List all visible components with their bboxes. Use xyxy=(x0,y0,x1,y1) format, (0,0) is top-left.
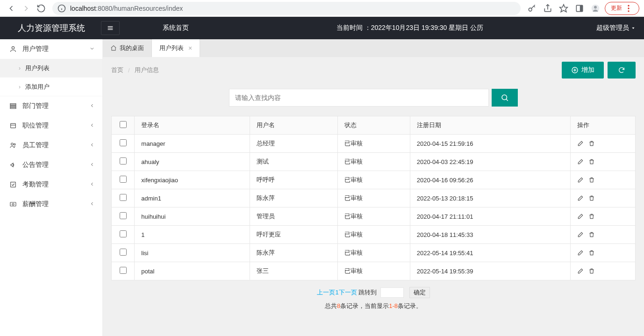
star-icon[interactable] xyxy=(557,2,570,15)
sidebar-item-employee-mgmt[interactable]: 员工管理 xyxy=(0,136,102,155)
search-button[interactable] xyxy=(492,89,518,107)
add-button[interactable]: 增加 xyxy=(562,62,604,79)
th-status: 状态 xyxy=(338,116,410,135)
tab-home[interactable]: 我的桌面 xyxy=(103,39,152,57)
cell-login: 1 xyxy=(135,226,250,244)
table-row: admin1陈永萍已审核2022-05-13 20:18:15 xyxy=(112,189,636,207)
pager-jump-input[interactable] xyxy=(380,287,404,298)
cell-login: lisi xyxy=(135,244,250,262)
key-icon[interactable] xyxy=(525,2,538,15)
cell-status: 已审核 xyxy=(338,226,410,244)
svg-rect-18 xyxy=(10,104,16,105)
delete-icon[interactable] xyxy=(588,195,595,201)
edit-icon[interactable] xyxy=(577,195,584,201)
browser-back-button[interactable] xyxy=(5,2,18,15)
sidebar-sub-user-add[interactable]: ›添加用户 xyxy=(0,78,102,96)
sidebar-item-label: 考勤管理 xyxy=(22,180,49,189)
search-input[interactable] xyxy=(229,89,489,107)
chevron-left-icon xyxy=(89,162,95,167)
pager-next[interactable]: 下一页 xyxy=(339,289,357,296)
sidebar-sub-label: 用户列表 xyxy=(25,64,50,72)
pager-confirm-button[interactable]: 确定 xyxy=(409,287,430,298)
browser-reload-button[interactable] xyxy=(35,2,48,15)
cell-status: 已审核 xyxy=(338,189,410,207)
url-host: localhost xyxy=(70,5,96,12)
delete-icon[interactable] xyxy=(588,268,595,274)
user-menu[interactable]: 超级管理员 xyxy=(588,17,644,39)
chevron-left-icon xyxy=(89,142,95,148)
edit-icon[interactable] xyxy=(577,231,584,238)
pager-page[interactable]: 1 xyxy=(335,289,338,296)
chevron-left-icon xyxy=(89,103,95,108)
cell-date: 2020-04-17 21:11:01 xyxy=(410,207,570,226)
breadcrumb-home[interactable]: 首页 xyxy=(111,66,123,74)
row-checkbox[interactable] xyxy=(120,249,127,256)
browser-update-button[interactable]: 更新 xyxy=(605,2,639,15)
browser-forward-button[interactable] xyxy=(20,2,33,15)
pager-prev[interactable]: 上一页 xyxy=(317,289,335,296)
sidebar: 用户管理 ›用户列表 ›添加用户 部门管理 职位管理 员工管理 公告管理 考勤管… xyxy=(0,39,103,336)
tab-user-list[interactable]: 用户列表 × xyxy=(152,39,200,57)
sidebar-item-user-mgmt[interactable]: 用户管理 xyxy=(0,39,102,59)
sidebar-item-label: 员工管理 xyxy=(22,141,49,150)
edit-icon[interactable] xyxy=(577,158,584,165)
table-row: ahualy测试已审核2020-04-03 22:45:19 xyxy=(112,153,636,171)
refresh-button[interactable] xyxy=(608,62,636,79)
delete-icon[interactable] xyxy=(588,250,595,256)
pager: 上一页1下一页 跳转到 确定 xyxy=(111,280,636,300)
update-label: 更新 xyxy=(611,4,622,12)
panel-icon[interactable] xyxy=(573,2,586,15)
row-checkbox[interactable] xyxy=(120,212,127,219)
breadcrumb-current: 用户信息 xyxy=(135,66,159,74)
row-actions xyxy=(577,250,629,256)
row-actions xyxy=(577,158,629,165)
cell-username: 管理员 xyxy=(250,207,338,226)
nav-home-link[interactable]: 系统首页 xyxy=(120,24,232,32)
sidebar-item-attendance-mgmt[interactable]: 考勤管理 xyxy=(0,175,102,194)
row-actions xyxy=(577,268,629,274)
delete-icon[interactable] xyxy=(588,231,595,238)
share-icon[interactable] xyxy=(541,2,554,15)
sidebar-item-label: 公告管理 xyxy=(22,161,49,169)
row-checkbox[interactable] xyxy=(120,230,127,237)
close-icon[interactable]: × xyxy=(188,45,192,51)
sidebar-item-notice-mgmt[interactable]: 公告管理 xyxy=(0,155,102,175)
cell-status: 已审核 xyxy=(338,135,410,153)
sidebar-item-dept-mgmt[interactable]: 部门管理 xyxy=(0,96,102,116)
profile-icon[interactable] xyxy=(589,2,602,15)
select-all-checkbox[interactable] xyxy=(120,121,127,128)
edit-icon[interactable] xyxy=(577,177,584,183)
browser-url-box[interactable]: localhost:8080/humanResources/index xyxy=(52,2,521,15)
edit-icon[interactable] xyxy=(577,268,584,274)
cell-date: 2022-05-14 19:55:41 xyxy=(410,244,570,262)
row-checkbox[interactable] xyxy=(120,176,127,183)
cell-username: 总经理 xyxy=(250,135,338,153)
delete-icon[interactable] xyxy=(588,140,595,147)
sidebar-toggle-button[interactable] xyxy=(101,21,120,35)
svg-point-24 xyxy=(14,143,15,145)
row-checkbox[interactable] xyxy=(120,194,127,201)
edit-icon[interactable] xyxy=(577,213,584,220)
sidebar-sub-user-list[interactable]: ›用户列表 xyxy=(0,59,102,78)
salary-icon xyxy=(9,200,17,208)
row-checkbox[interactable] xyxy=(120,267,127,274)
user-icon xyxy=(9,45,17,53)
delete-icon[interactable] xyxy=(588,213,595,220)
user-table: 登录名 用户名 状态 注册日期 操作 manager总经理已审核2020-04-… xyxy=(111,116,636,280)
edit-icon[interactable] xyxy=(577,250,584,256)
svg-rect-26 xyxy=(10,202,16,206)
row-actions xyxy=(577,177,629,183)
table-row: potal张三已审核2022-05-14 19:55:39 xyxy=(112,262,636,280)
sidebar-item-position-mgmt[interactable]: 职位管理 xyxy=(0,116,102,136)
refresh-icon xyxy=(618,66,625,74)
edit-icon[interactable] xyxy=(577,140,584,147)
cell-login: admin1 xyxy=(135,189,250,207)
url-port: :8080 xyxy=(96,5,112,12)
row-checkbox[interactable] xyxy=(120,157,127,164)
delete-icon[interactable] xyxy=(588,177,595,183)
row-checkbox[interactable] xyxy=(120,139,127,146)
cell-date: 2020-04-18 11:45:33 xyxy=(410,226,570,244)
delete-icon[interactable] xyxy=(588,158,595,165)
tabs-bar: 我的桌面 用户列表 × xyxy=(103,39,644,57)
sidebar-item-salary-mgmt[interactable]: 薪酬管理 xyxy=(0,194,102,214)
